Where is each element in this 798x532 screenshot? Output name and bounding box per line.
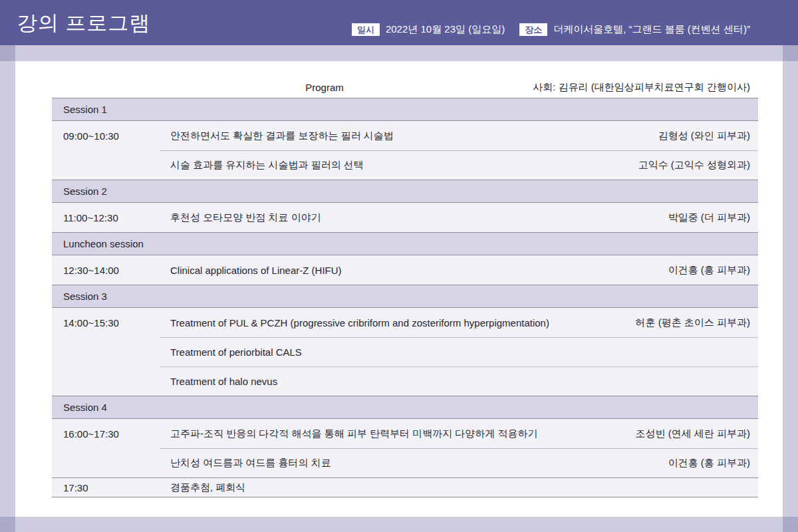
session-header-row: Luncheon session [52, 232, 758, 255]
lecture-list: 안전하면서도 확실한 결과를 보장하는 필러 시술법김형성 (와인 피부과)시술… [160, 121, 758, 180]
table-row: 안전하면서도 확실한 결과를 보장하는 필러 시술법김형성 (와인 피부과) [160, 121, 758, 150]
time-cell: 09:00~10:30 [52, 121, 160, 150]
lecture-title: Treatment of periorbital CALS [170, 346, 750, 358]
table-row: 경품추첨, 폐회식 [160, 478, 758, 497]
session-header-row: Session 2 [52, 180, 758, 202]
lecture-title: Treatment of halo nevus [170, 376, 750, 387]
lecture-title: Clinical applications of Linear-Z (HIFU) [170, 265, 668, 276]
lecture-title: 고주파-조직 반응의 다각적 해석을 통해 피부 탄력부터 미백까지 다양하게 … [170, 428, 636, 440]
time-cell: 12:30~14:00 [52, 255, 160, 285]
venue-value: 더케이서울호텔, “그랜드 볼룸 (컨벤션 센터)” [553, 23, 750, 36]
schedule-block: 16:00~17:30고주파-조직 반응의 다각적 해석을 통해 피부 탄력부터… [52, 418, 758, 477]
lecture-title: 난치성 여드름과 여드름 흉터의 치료 [170, 457, 668, 469]
session-header-row: Session 3 [52, 285, 758, 307]
frame-right [783, 45, 798, 532]
schedule-block: 14:00~15:30Treatment of PUL & PCZH (prog… [52, 307, 758, 396]
speaker-label: 허훈 (평촌 초이스 피부과) [636, 317, 751, 329]
speaker-label: 박일중 (더 피부과) [668, 211, 750, 224]
program-table: Program 사회: 김유리 (대한임상피부치료연구회 간행이사) Sessi… [52, 76, 758, 497]
table-row: 고주파-조직 반응의 다각적 해석을 통해 피부 탄력부터 미백까지 다양하게 … [160, 419, 758, 448]
table-row: 시술 효과를 유지하는 시술법과 필러의 선택고익수 (고익수 성형외과) [160, 150, 758, 180]
table-row: Treatment of PUL & PCZH (progressive cri… [160, 308, 758, 337]
schedule-block: 09:00~10:30안전하면서도 확실한 결과를 보장하는 필러 시술법김형성… [52, 120, 758, 180]
page-header: 강의 프로그램 일시 2022년 10월 23일 (일요일) 장소 더케이서울호… [0, 0, 798, 45]
session-header-row: Session 4 [52, 396, 758, 418]
lecture-title: Treatment of PUL & PCZH (progressive cri… [170, 317, 636, 329]
table-row: 후천성 오타모양 반점 치료 이야기박일중 (더 피부과) [160, 203, 758, 232]
speaker-label: 김형성 (와인 피부과) [658, 130, 750, 142]
header-meta: 일시 2022년 10월 23일 (일요일) 장소 더케이서울호텔, “그랜드 … [352, 22, 750, 37]
time-cell: 16:00~17:30 [52, 419, 160, 448]
speaker-label: 조성빈 (연세 세란 피부과) [636, 428, 751, 440]
schedule-block: 17:30경품추첨, 폐회식 [52, 477, 758, 497]
lecture-title: 안전하면서도 확실한 결과를 보장하는 필러 시술법 [170, 130, 658, 142]
schedule-block: 11:00~12:30후천성 오타모양 반점 치료 이야기박일중 (더 피부과) [52, 202, 758, 232]
frame-left [0, 45, 15, 532]
time-cell: 14:00~15:30 [52, 308, 160, 337]
time-cell: 11:00~12:30 [52, 203, 160, 232]
frame-top [0, 45, 798, 61]
frame-bottom [0, 517, 798, 532]
moderator-label: 사회: 김유리 (대한임상피부치료연구회 간행이사) [533, 81, 750, 94]
lecture-list: 경품추첨, 폐회식 [160, 478, 758, 497]
date-badge: 일시 [352, 23, 380, 36]
lecture-title: 경품추첨, 폐회식 [170, 481, 750, 494]
table-header-row: Program 사회: 김유리 (대한임상피부치료연구회 간행이사) [52, 76, 758, 98]
speaker-label: 이건홍 (홍 피부과) [668, 264, 750, 277]
session-header-row: Session 1 [52, 98, 758, 120]
lecture-list: 후천성 오타모양 반점 치료 이야기박일중 (더 피부과) [160, 203, 758, 232]
page-title: 강의 프로그램 [17, 9, 151, 37]
lecture-list: Treatment of PUL & PCZH (progressive cri… [160, 308, 758, 396]
lecture-list: 고주파-조직 반응의 다각적 해석을 통해 피부 탄력부터 미백까지 다양하게 … [160, 419, 758, 477]
lecture-list: Clinical applications of Linear-Z (HIFU)… [160, 255, 758, 285]
table-row: 난치성 여드름과 여드름 흉터의 치료이건홍 (홍 피부과) [160, 448, 758, 477]
lecture-title: 시술 효과를 유지하는 시술법과 필러의 선택 [170, 159, 638, 172]
table-row: Clinical applications of Linear-Z (HIFU)… [160, 255, 758, 285]
venue-badge: 장소 [519, 23, 547, 36]
program-column-header: Program [52, 82, 597, 93]
speaker-label: 고익수 (고익수 성형외과) [638, 159, 750, 172]
table-row: Treatment of halo nevus [160, 366, 758, 396]
date-value: 2022년 10월 23일 (일요일) [386, 23, 505, 36]
time-cell: 17:30 [52, 478, 160, 497]
table-row: Treatment of periorbital CALS [160, 337, 758, 366]
lecture-title: 후천성 오타모양 반점 치료 이야기 [170, 211, 668, 224]
speaker-label: 이건홍 (홍 피부과) [668, 457, 750, 469]
schedule-block: 12:30~14:00Clinical applications of Line… [52, 255, 758, 285]
